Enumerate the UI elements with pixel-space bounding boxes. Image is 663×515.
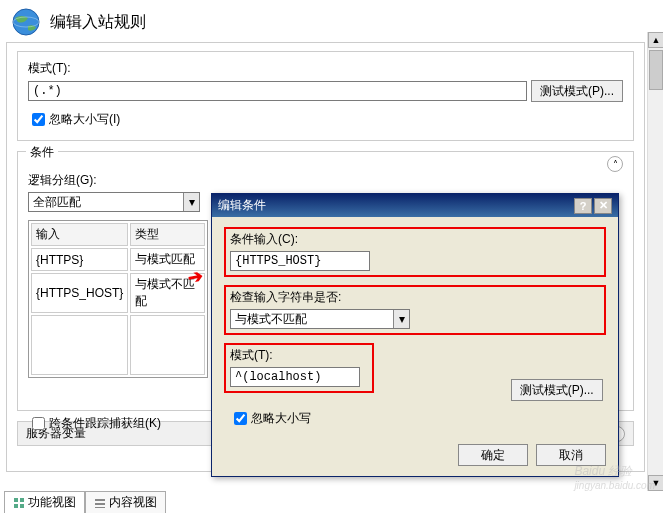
tab-content-view[interactable]: 内容视图: [85, 491, 166, 513]
svg-rect-2: [14, 498, 18, 502]
cond-input-label: 条件输入(C):: [230, 231, 600, 248]
col-type: 类型: [130, 223, 205, 246]
cond-input-field[interactable]: [230, 251, 370, 271]
cancel-button[interactable]: 取消: [536, 444, 606, 466]
scroll-up-button[interactable]: ▲: [648, 32, 663, 48]
table-row[interactable]: {HTTPS} 与模式匹配: [31, 248, 205, 271]
conditions-legend: 条件: [26, 144, 58, 161]
ok-button[interactable]: 确定: [458, 444, 528, 466]
vertical-scrollbar[interactable]: ▲ ▼: [647, 32, 663, 491]
chevron-down-icon[interactable]: ▾: [183, 193, 199, 211]
conditions-table: 输入 类型 {HTTPS} 与模式匹配 {HTTPS_HOST} 与模式不匹配: [28, 220, 208, 378]
chevron-down-icon[interactable]: ▾: [393, 310, 409, 328]
check-label: 检查输入字符串是否:: [230, 289, 600, 306]
scroll-thumb[interactable]: [649, 50, 663, 90]
ignore-case-label: 忽略大小写(I): [49, 111, 120, 128]
svg-rect-7: [95, 503, 105, 505]
track-capture-checkbox[interactable]: [32, 417, 45, 430]
pattern-label: 模式(T):: [28, 60, 623, 77]
cell-input: {HTTPS}: [31, 248, 128, 271]
table-row[interactable]: {HTTPS_HOST} 与模式不匹配: [31, 273, 205, 313]
globe-icon: [10, 6, 42, 38]
dialog-pattern-input[interactable]: [230, 367, 360, 387]
pattern-highlight: 模式(T):: [224, 343, 374, 393]
pattern-groupbox: 模式(T): 测试模式(P)... 忽略大小写(I): [17, 51, 634, 141]
svg-rect-5: [20, 504, 24, 508]
dialog-test-pattern-button[interactable]: 测试模式(P)...: [511, 379, 603, 401]
col-input: 输入: [31, 223, 128, 246]
dialog-ignore-case-checkbox[interactable]: [234, 412, 247, 425]
check-highlight: 检查输入字符串是否: ▾: [224, 285, 606, 335]
scroll-down-button[interactable]: ▼: [648, 475, 663, 491]
close-button[interactable]: ✕: [594, 198, 612, 214]
tab-function-view[interactable]: 功能视图: [4, 491, 85, 513]
logic-group-combo[interactable]: [28, 192, 200, 212]
svg-rect-4: [14, 504, 18, 508]
dialog-button-row: 确定 取消: [212, 438, 618, 476]
cell-type: 与模式不匹配: [130, 273, 205, 313]
main-window: 编辑入站规则 ▲ ▼ 模式(T): 测试模式(P)... 忽略大小写(I) 条件…: [0, 0, 663, 515]
dialog-titlebar: 编辑条件 ? ✕: [212, 194, 618, 217]
pattern-input[interactable]: [28, 81, 527, 101]
cell-type: 与模式匹配: [130, 248, 205, 271]
cell-input: {HTTPS_HOST}: [31, 273, 128, 313]
logic-group-label: 逻辑分组(G):: [28, 172, 623, 189]
test-pattern-button[interactable]: 测试模式(P)...: [531, 80, 623, 102]
dialog-ignore-case-label: 忽略大小写: [251, 410, 311, 427]
collapse-icon[interactable]: ˄: [607, 156, 623, 172]
svg-rect-6: [95, 499, 105, 501]
track-capture-label: 跨条件跟踪捕获组(K): [49, 415, 161, 432]
dialog-body: 条件输入(C): 检查输入字符串是否: ▾ 模式(T): 测试模式(P)... …: [212, 217, 618, 438]
table-row: [31, 315, 205, 375]
edit-condition-dialog: 编辑条件 ? ✕ 条件输入(C): 检查输入字符串是否: ▾ 模式(T):: [211, 193, 619, 477]
check-combo[interactable]: [230, 309, 410, 329]
dialog-title-text: 编辑条件: [218, 197, 266, 214]
view-tabs: 功能视图 内容视图: [4, 491, 166, 513]
grid-icon: [13, 497, 25, 509]
svg-point-0: [13, 9, 39, 35]
tab-label: 功能视图: [28, 494, 76, 511]
help-button[interactable]: ?: [574, 198, 592, 214]
list-icon: [94, 497, 106, 509]
svg-rect-3: [20, 498, 24, 502]
ignore-case-checkbox[interactable]: [32, 113, 45, 126]
dialog-pattern-label: 模式(T):: [230, 347, 368, 364]
svg-rect-8: [95, 507, 105, 508]
cond-input-highlight: 条件输入(C):: [224, 227, 606, 277]
tab-label: 内容视图: [109, 494, 157, 511]
title-bar: 编辑入站规则: [0, 0, 663, 42]
window-title: 编辑入站规则: [50, 12, 146, 33]
table-header-row: 输入 类型: [31, 223, 205, 246]
